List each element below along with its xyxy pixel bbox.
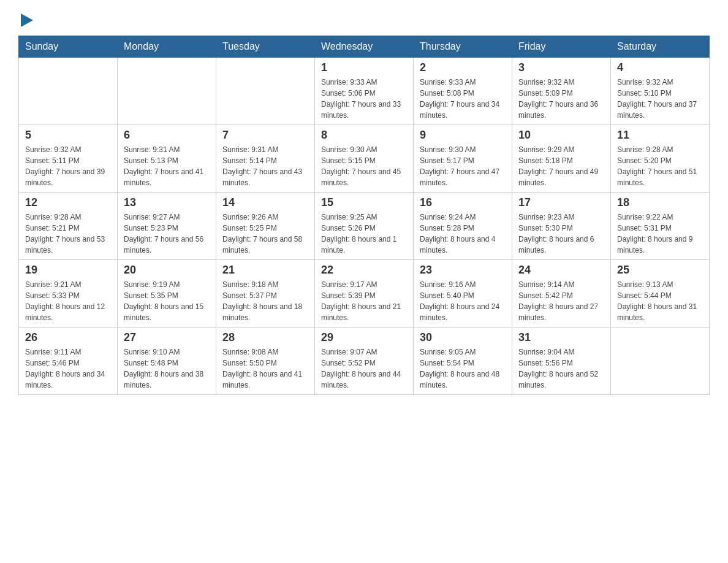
- calendar-week-1: 1Sunrise: 9:33 AMSunset: 5:06 PMDaylight…: [19, 58, 710, 125]
- calendar-cell: 12Sunrise: 9:28 AMSunset: 5:21 PMDayligh…: [19, 193, 118, 260]
- day-info: Sunrise: 9:22 AMSunset: 5:31 PMDaylight:…: [617, 212, 703, 256]
- calendar-cell: 4Sunrise: 9:32 AMSunset: 5:10 PMDaylight…: [611, 58, 710, 125]
- day-info: Sunrise: 9:18 AMSunset: 5:37 PMDaylight:…: [222, 279, 308, 323]
- calendar-cell: [118, 58, 216, 125]
- day-info: Sunrise: 9:32 AMSunset: 5:10 PMDaylight:…: [617, 77, 703, 121]
- day-info: Sunrise: 9:17 AMSunset: 5:39 PMDaylight:…: [321, 279, 407, 323]
- calendar-week-5: 26Sunrise: 9:11 AMSunset: 5:46 PMDayligh…: [19, 327, 710, 395]
- calendar-header-friday: Friday: [512, 36, 611, 58]
- calendar-week-3: 12Sunrise: 9:28 AMSunset: 5:21 PMDayligh…: [19, 193, 710, 260]
- day-number: 18: [617, 196, 703, 209]
- calendar-header-row: SundayMondayTuesdayWednesdayThursdayFrid…: [19, 36, 710, 58]
- calendar-header-monday: Monday: [118, 36, 216, 58]
- day-number: 22: [321, 264, 407, 277]
- day-number: 25: [617, 264, 703, 277]
- calendar-cell: 8Sunrise: 9:30 AMSunset: 5:15 PMDaylight…: [315, 125, 414, 193]
- day-info: Sunrise: 9:19 AMSunset: 5:35 PMDaylight:…: [124, 279, 210, 323]
- day-number: 2: [420, 61, 506, 74]
- day-number: 20: [124, 264, 210, 277]
- day-info: Sunrise: 9:16 AMSunset: 5:40 PMDaylight:…: [420, 279, 506, 323]
- calendar-header-saturday: Saturday: [611, 36, 710, 58]
- day-number: 14: [222, 196, 308, 209]
- calendar-cell: 17Sunrise: 9:23 AMSunset: 5:30 PMDayligh…: [512, 193, 611, 260]
- calendar-cell: 25Sunrise: 9:13 AMSunset: 5:44 PMDayligh…: [611, 260, 710, 327]
- calendar-cell: 22Sunrise: 9:17 AMSunset: 5:39 PMDayligh…: [315, 260, 414, 327]
- calendar-cell: 23Sunrise: 9:16 AMSunset: 5:40 PMDayligh…: [414, 260, 512, 327]
- day-info: Sunrise: 9:07 AMSunset: 5:52 PMDaylight:…: [321, 347, 407, 391]
- svg-marker-0: [21, 13, 33, 27]
- day-info: Sunrise: 9:33 AMSunset: 5:06 PMDaylight:…: [321, 77, 407, 121]
- day-number: 13: [124, 196, 210, 209]
- calendar-cell: [216, 58, 315, 125]
- day-number: 3: [518, 61, 604, 74]
- day-info: Sunrise: 9:24 AMSunset: 5:28 PMDaylight:…: [420, 212, 506, 256]
- day-info: Sunrise: 9:32 AMSunset: 5:09 PMDaylight:…: [518, 77, 604, 121]
- calendar-cell: 9Sunrise: 9:30 AMSunset: 5:17 PMDaylight…: [414, 125, 512, 193]
- calendar-cell: 10Sunrise: 9:29 AMSunset: 5:18 PMDayligh…: [512, 125, 611, 193]
- day-info: Sunrise: 9:08 AMSunset: 5:50 PMDaylight:…: [222, 347, 308, 391]
- day-number: 29: [321, 331, 407, 344]
- calendar-cell: 13Sunrise: 9:27 AMSunset: 5:23 PMDayligh…: [118, 193, 216, 260]
- calendar-header-wednesday: Wednesday: [315, 36, 414, 58]
- day-number: 21: [222, 264, 308, 277]
- calendar-cell: 20Sunrise: 9:19 AMSunset: 5:35 PMDayligh…: [118, 260, 216, 327]
- calendar-cell: 28Sunrise: 9:08 AMSunset: 5:50 PMDayligh…: [216, 327, 315, 395]
- day-number: 24: [518, 264, 604, 277]
- calendar-header-thursday: Thursday: [414, 36, 512, 58]
- calendar-cell: 1Sunrise: 9:33 AMSunset: 5:06 PMDaylight…: [315, 58, 414, 125]
- day-number: 30: [420, 331, 506, 344]
- day-info: Sunrise: 9:13 AMSunset: 5:44 PMDaylight:…: [617, 279, 703, 323]
- calendar-week-4: 19Sunrise: 9:21 AMSunset: 5:33 PMDayligh…: [19, 260, 710, 327]
- calendar-cell: 27Sunrise: 9:10 AMSunset: 5:48 PMDayligh…: [118, 327, 216, 395]
- day-number: 6: [124, 129, 210, 142]
- calendar-header-sunday: Sunday: [19, 36, 118, 58]
- day-info: Sunrise: 9:21 AMSunset: 5:33 PMDaylight:…: [25, 279, 111, 323]
- calendar-cell: 31Sunrise: 9:04 AMSunset: 5:56 PMDayligh…: [512, 327, 611, 395]
- day-info: Sunrise: 9:05 AMSunset: 5:54 PMDaylight:…: [420, 347, 506, 391]
- day-number: 11: [617, 129, 703, 142]
- day-info: Sunrise: 9:31 AMSunset: 5:13 PMDaylight:…: [124, 144, 210, 188]
- day-info: Sunrise: 9:30 AMSunset: 5:17 PMDaylight:…: [420, 144, 506, 188]
- calendar-cell: 3Sunrise: 9:32 AMSunset: 5:09 PMDaylight…: [512, 58, 611, 125]
- day-number: 19: [25, 264, 111, 277]
- calendar-cell: 26Sunrise: 9:11 AMSunset: 5:46 PMDayligh…: [19, 327, 118, 395]
- day-info: Sunrise: 9:27 AMSunset: 5:23 PMDaylight:…: [124, 212, 210, 256]
- day-number: 5: [25, 129, 111, 142]
- day-info: Sunrise: 9:28 AMSunset: 5:20 PMDaylight:…: [617, 144, 703, 188]
- calendar-cell: 24Sunrise: 9:14 AMSunset: 5:42 PMDayligh…: [512, 260, 611, 327]
- day-number: 4: [617, 61, 703, 74]
- day-info: Sunrise: 9:04 AMSunset: 5:56 PMDaylight:…: [518, 347, 604, 391]
- day-number: 28: [222, 331, 308, 344]
- day-info: Sunrise: 9:31 AMSunset: 5:14 PMDaylight:…: [222, 144, 308, 188]
- day-number: 9: [420, 129, 506, 142]
- day-number: 1: [321, 61, 407, 74]
- logo-chevron-icon: [21, 13, 33, 29]
- day-info: Sunrise: 9:29 AMSunset: 5:18 PMDaylight:…: [518, 144, 604, 188]
- day-info: Sunrise: 9:26 AMSunset: 5:25 PMDaylight:…: [222, 212, 308, 256]
- day-number: 23: [420, 264, 506, 277]
- calendar-cell: 18Sunrise: 9:22 AMSunset: 5:31 PMDayligh…: [611, 193, 710, 260]
- day-number: 27: [124, 331, 210, 344]
- calendar-cell: [19, 58, 118, 125]
- day-number: 16: [420, 196, 506, 209]
- day-info: Sunrise: 9:10 AMSunset: 5:48 PMDaylight:…: [124, 347, 210, 391]
- calendar-cell: 19Sunrise: 9:21 AMSunset: 5:33 PMDayligh…: [19, 260, 118, 327]
- day-info: Sunrise: 9:28 AMSunset: 5:21 PMDaylight:…: [25, 212, 111, 256]
- calendar-cell: 21Sunrise: 9:18 AMSunset: 5:37 PMDayligh…: [216, 260, 315, 327]
- calendar-cell: 30Sunrise: 9:05 AMSunset: 5:54 PMDayligh…: [414, 327, 512, 395]
- day-number: 15: [321, 196, 407, 209]
- day-number: 12: [25, 196, 111, 209]
- day-info: Sunrise: 9:14 AMSunset: 5:42 PMDaylight:…: [518, 279, 604, 323]
- day-info: Sunrise: 9:25 AMSunset: 5:26 PMDaylight:…: [321, 212, 407, 256]
- calendar-week-2: 5Sunrise: 9:32 AMSunset: 5:11 PMDaylight…: [19, 125, 710, 193]
- calendar-cell: [611, 327, 710, 395]
- day-info: Sunrise: 9:33 AMSunset: 5:08 PMDaylight:…: [420, 77, 506, 121]
- calendar-cell: 7Sunrise: 9:31 AMSunset: 5:14 PMDaylight…: [216, 125, 315, 193]
- day-info: Sunrise: 9:11 AMSunset: 5:46 PMDaylight:…: [25, 347, 111, 391]
- day-number: 8: [321, 129, 407, 142]
- calendar-cell: 11Sunrise: 9:28 AMSunset: 5:20 PMDayligh…: [611, 125, 710, 193]
- logo: [18, 12, 33, 29]
- calendar-cell: 14Sunrise: 9:26 AMSunset: 5:25 PMDayligh…: [216, 193, 315, 260]
- day-number: 31: [518, 331, 604, 344]
- calendar-cell: 15Sunrise: 9:25 AMSunset: 5:26 PMDayligh…: [315, 193, 414, 260]
